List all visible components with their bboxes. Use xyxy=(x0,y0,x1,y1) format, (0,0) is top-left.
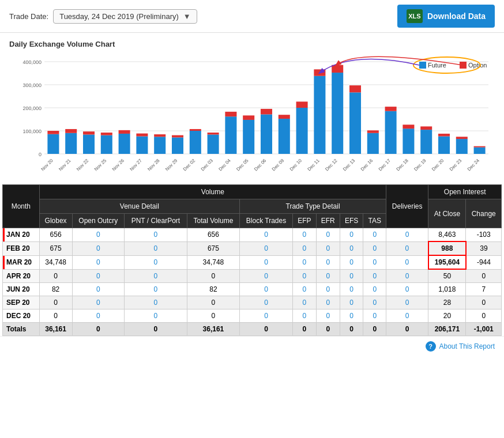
cell-totals-block: 0 xyxy=(240,323,293,336)
svg-text:Dec 23: Dec 23 xyxy=(449,158,463,172)
svg-rect-34 xyxy=(190,131,201,154)
svg-rect-53 xyxy=(296,101,308,108)
chart-container: Daily Exchange Volume Chart 0100,000200,… xyxy=(0,33,504,180)
svg-rect-31 xyxy=(172,137,183,154)
cell-efp: 0 xyxy=(293,228,317,242)
cell-pnt-clearport: 0 xyxy=(125,241,187,255)
globex-header: Globex xyxy=(39,214,72,228)
cell-efr: 0 xyxy=(316,269,340,283)
svg-rect-40 xyxy=(225,116,236,154)
cell-tas: 0 xyxy=(363,296,386,309)
cell-totals-pnt: 0 xyxy=(125,323,187,336)
at-close-header: At Close xyxy=(428,199,466,228)
cell-tas: 0 xyxy=(363,309,386,323)
cell-globex: 34,748 xyxy=(39,255,72,269)
svg-rect-76 xyxy=(438,137,450,154)
cell-open-outcry: 0 xyxy=(72,228,124,242)
cell-total-volume: 82 xyxy=(187,283,239,296)
svg-rect-43 xyxy=(243,120,254,154)
svg-text:Dec 16: Dec 16 xyxy=(360,158,374,172)
svg-text:Nov 21: Nov 21 xyxy=(58,158,72,172)
efp-header: EFP xyxy=(293,214,317,228)
cell-pnt-clearport: 0 xyxy=(125,309,187,323)
svg-rect-26 xyxy=(136,134,148,137)
svg-text:Nov 25: Nov 25 xyxy=(93,158,108,172)
svg-text:Dec 18: Dec 18 xyxy=(396,158,410,172)
date-selector[interactable]: Tuesday, 24 Dec 2019 (Preliminary) ▼ xyxy=(53,9,197,24)
svg-text:Nov 26: Nov 26 xyxy=(111,158,126,172)
cell-change: 0 xyxy=(466,296,502,309)
page-header: Trade Date: Tuesday, 24 Dec 2019 (Prelim… xyxy=(0,0,504,33)
svg-rect-70 xyxy=(403,129,414,154)
cell-total-volume: 0 xyxy=(187,296,239,309)
cell-globex: 0 xyxy=(39,296,72,309)
svg-text:Dec 10: Dec 10 xyxy=(289,158,303,172)
cell-efs: 0 xyxy=(340,283,363,296)
svg-rect-23 xyxy=(119,130,130,134)
chart-title: Daily Exchange Volume Chart xyxy=(9,40,495,48)
header-row-1: Month Volume Deliveries Open Interest xyxy=(3,185,502,199)
svg-rect-79 xyxy=(456,139,468,154)
svg-rect-28 xyxy=(154,137,166,154)
cell-efp: 0 xyxy=(293,296,317,309)
svg-text:Dec 11: Dec 11 xyxy=(307,158,321,172)
cell-month: SEP 20 xyxy=(3,296,40,309)
cell-month: FEB 20 xyxy=(3,241,40,255)
cell-month: MAR 20 xyxy=(3,255,40,269)
cell-month: APR 20 xyxy=(3,269,40,283)
svg-rect-62 xyxy=(349,85,361,92)
cell-efs: 0 xyxy=(340,255,363,269)
svg-rect-11 xyxy=(47,131,59,134)
open-interest-header: Open Interest xyxy=(428,185,502,199)
svg-rect-41 xyxy=(225,112,236,116)
svg-rect-38 xyxy=(208,133,219,134)
cell-open-outcry: 0 xyxy=(72,255,124,269)
cell-efs: 0 xyxy=(340,228,363,242)
svg-text:Dec 19: Dec 19 xyxy=(413,158,427,172)
cell-month: JAN 20 xyxy=(3,228,40,242)
cell-open-outcry: 0 xyxy=(72,241,124,255)
cell-at-close: 8,463 xyxy=(428,228,466,242)
cell-efs: 0 xyxy=(340,241,363,255)
cell-globex: 675 xyxy=(39,241,72,255)
svg-rect-49 xyxy=(279,119,290,154)
volume-header: Volume xyxy=(39,185,386,199)
cell-tas: 0 xyxy=(363,228,386,242)
cell-at-close: 1,018 xyxy=(428,283,466,296)
cell-efp: 0 xyxy=(293,255,317,269)
cell-total-volume: 0 xyxy=(187,269,239,283)
cell-tas: 0 xyxy=(363,283,386,296)
chart-area: 0100,000200,000300,000400,000Nov 20Nov 2… xyxy=(9,53,495,180)
about-label: About This Report xyxy=(439,342,495,350)
open-outcry-header: Open Outcry xyxy=(72,214,124,228)
cell-totals-globex: 36,161 xyxy=(39,323,72,336)
svg-rect-19 xyxy=(101,135,112,154)
footer: ? About This Report xyxy=(0,336,504,356)
table-row: JUN 20 82 0 0 82 0 0 0 0 0 0 1,018 7 xyxy=(3,283,502,296)
svg-rect-22 xyxy=(119,134,130,154)
cell-efp: 0 xyxy=(293,269,317,283)
download-button[interactable]: XLS Download Data xyxy=(397,5,495,28)
cell-totals-open-outcry: 0 xyxy=(72,323,124,336)
svg-text:Option: Option xyxy=(468,62,487,69)
trade-date-label: Trade Date: xyxy=(9,12,48,21)
trade-type-header: Trade Type Detail xyxy=(240,199,386,214)
chart-svg: 0100,000200,000300,000400,000Nov 20Nov 2… xyxy=(9,53,495,180)
cell-efs: 0 xyxy=(340,296,363,309)
svg-text:400,000: 400,000 xyxy=(22,59,42,65)
svg-rect-73 xyxy=(420,130,432,154)
cell-totals-efr: 0 xyxy=(316,323,340,336)
change-header: Change xyxy=(466,199,502,228)
svg-rect-83 xyxy=(474,146,486,148)
svg-rect-85 xyxy=(419,62,426,69)
about-report-link[interactable]: ? About This Report xyxy=(426,341,495,352)
cell-totals-deliveries: 0 xyxy=(386,323,428,336)
svg-rect-10 xyxy=(47,134,59,154)
svg-rect-50 xyxy=(279,115,290,119)
trade-date-section: Trade Date: Tuesday, 24 Dec 2019 (Prelim… xyxy=(9,9,197,24)
svg-text:200,000: 200,000 xyxy=(22,105,42,111)
venue-detail-header: Venue Detail xyxy=(39,199,239,214)
cell-total-volume: 0 xyxy=(187,309,239,323)
cell-efr: 0 xyxy=(316,228,340,242)
help-icon: ? xyxy=(426,341,436,352)
